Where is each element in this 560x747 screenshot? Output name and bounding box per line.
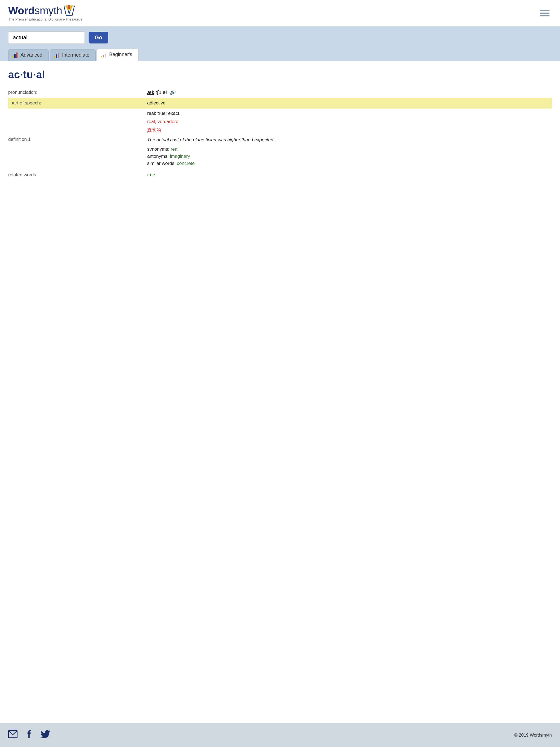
related-value: true (147, 170, 552, 180)
similar-line: similar words: concrete (147, 161, 552, 166)
hamburger-menu[interactable] (538, 8, 552, 19)
svg-rect-5 (16, 52, 18, 58)
svg-rect-6 (54, 56, 55, 58)
svg-rect-10 (103, 55, 104, 57)
tab-advanced[interactable]: Advanced (8, 49, 49, 61)
hamburger-line-3 (540, 15, 550, 17)
pos-label: part of speech: (8, 98, 147, 108)
synonyms-label: synonyms: (147, 147, 169, 152)
related-row: related words: true (8, 170, 552, 180)
definition-content: real; true; exact. real, verdadero 真实的 T… (147, 108, 552, 170)
pronunciation-value: æk tʃu əl 🔊 (147, 87, 552, 98)
spanish-translation: real, verdadero (147, 119, 552, 124)
intermediate-icon (54, 52, 60, 58)
tab-intermediate[interactable]: Intermediate (50, 49, 96, 61)
pronunciation-label: pronunciation: (8, 87, 147, 98)
advanced-icon (12, 52, 18, 58)
footer-icons (8, 730, 50, 741)
svg-rect-4 (14, 54, 16, 58)
chinese-translation: 真实的 (147, 127, 552, 133)
facebook-icon[interactable] (26, 730, 32, 741)
footer-copyright: © 2019 Wordsmyth (514, 733, 552, 738)
tab-beginners-label: Beginner's (109, 52, 132, 57)
logo-area: Wordsmyth The Premier Educational Dictio… (8, 5, 82, 21)
logo: Wordsmyth (8, 5, 82, 17)
svg-rect-9 (101, 56, 102, 57)
email-icon[interactable] (8, 730, 18, 740)
search-input[interactable] (8, 31, 85, 44)
definition-row: definition 1 real; true; exact. real, ve… (8, 108, 552, 170)
header: Wordsmyth The Premier Educational Dictio… (0, 0, 560, 27)
definition-label: definition 1 (8, 108, 147, 170)
pronunciation-rest: tʃu əl (156, 90, 167, 95)
footer: © 2019 Wordsmyth (0, 723, 560, 747)
tabs-area: Advanced Intermediate Beginner's (0, 49, 560, 61)
definition-text: real; true; exact. (147, 111, 552, 116)
search-bar: Go (0, 27, 560, 49)
logo-word-part: Word (8, 5, 34, 16)
pos-value: adjective (147, 98, 552, 108)
svg-rect-7 (56, 54, 57, 58)
tab-advanced-label: Advanced (21, 52, 42, 58)
logo-smyth-part: smyth (34, 5, 62, 16)
hamburger-line-1 (540, 10, 550, 11)
beginners-icon (101, 52, 107, 57)
svg-rect-11 (105, 54, 106, 57)
antonyms-label: antonyms: (147, 154, 169, 159)
example-sentence: The actual cost of the plane ticket was … (147, 137, 552, 143)
logo-subtitle: The Premier Educational Dictionary-Thesa… (8, 17, 82, 21)
word-title: ac·tu·al (8, 69, 552, 81)
main-content: ac·tu·al pronunciation: æk tʃu əl 🔊 part… (0, 61, 560, 723)
twitter-icon[interactable] (41, 730, 50, 740)
svg-rect-3 (12, 55, 14, 58)
pos-row: part of speech: adjective (8, 98, 552, 108)
related-label: related words: (8, 170, 147, 180)
tab-intermediate-label: Intermediate (62, 52, 90, 58)
logo-w-icon (63, 5, 75, 17)
related-true[interactable]: true (147, 172, 155, 177)
synonym-real[interactable]: real (171, 147, 178, 152)
entry-table: pronunciation: æk tʃu əl 🔊 part of speec… (8, 87, 552, 180)
similar-concrete[interactable]: concrete (177, 161, 195, 166)
svg-rect-8 (58, 53, 59, 58)
go-button[interactable]: Go (88, 32, 108, 44)
similar-label: similar words: (147, 161, 176, 166)
antonyms-line: antonyms: imaginary (147, 154, 552, 159)
svg-rect-2 (68, 5, 70, 9)
tab-beginners[interactable]: Beginner's (97, 49, 138, 61)
hamburger-line-2 (540, 12, 550, 14)
pronunciation-row: pronunciation: æk tʃu əl 🔊 (8, 87, 552, 98)
speaker-icon[interactable]: 🔊 (170, 89, 176, 96)
pronunciation-ipa: æk (147, 90, 154, 95)
synonyms-line: synonyms: real (147, 147, 552, 152)
antonym-imaginary[interactable]: imaginary (170, 154, 190, 159)
example-text: The actual cost of the plane ticket was … (147, 137, 275, 143)
